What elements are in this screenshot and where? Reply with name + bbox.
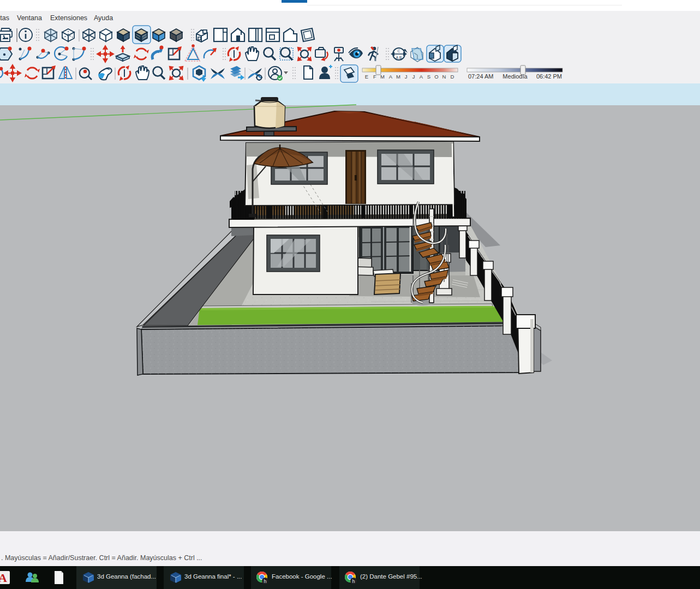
svg-text:M: M [396, 74, 400, 80]
svg-text:F: F [373, 74, 376, 80]
svg-text:Mediodía: Mediodía [502, 73, 528, 80]
svg-text:M: M [380, 74, 385, 80]
svg-text:S: S [427, 74, 430, 80]
svg-text:A: A [389, 74, 393, 80]
svg-text:D: D [451, 74, 454, 80]
svg-text:h: h [264, 579, 266, 584]
svg-text:N: N [442, 74, 446, 80]
svg-text:A: A [0, 571, 7, 585]
svg-text:O: O [434, 74, 438, 80]
svg-text:h: h [352, 579, 355, 584]
svg-text:J: J [412, 74, 415, 80]
svg-text:A B: A B [396, 56, 402, 59]
svg-text:A: A [420, 74, 423, 80]
svg-text:07:24 AM: 07:24 AM [468, 73, 493, 80]
svg-text:06:42 PM: 06:42 PM [536, 73, 562, 80]
svg-text:J: J [405, 74, 408, 80]
svg-text:C: C [397, 49, 400, 53]
svg-text:E: E [365, 74, 368, 80]
